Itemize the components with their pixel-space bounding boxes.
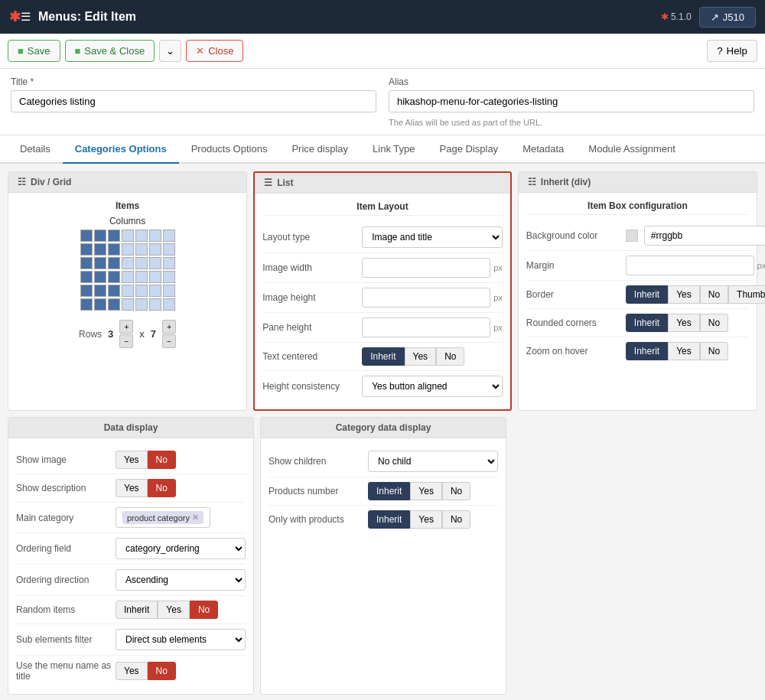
rounded-yes-button[interactable]: Yes [668, 314, 700, 332]
rows-increment-button[interactable]: + [162, 320, 176, 334]
random-items-control: Inherit Yes No [116, 601, 246, 619]
random-yes-button[interactable]: Yes [158, 601, 190, 619]
border-row: Border Inherit Yes No Thumbnail [526, 281, 749, 309]
rounded-no-button[interactable]: No [700, 314, 728, 332]
save-dropdown-button[interactable]: ⌄ [159, 40, 181, 62]
grid-cell [135, 230, 148, 242]
products-no-button[interactable]: No [442, 482, 470, 500]
products-number-label: Products number [269, 486, 368, 497]
zoom-yes-button[interactable]: Yes [668, 342, 700, 360]
only-products-inherit-button[interactable]: Inherit [368, 510, 410, 529]
rounded-inherit-button[interactable]: Inherit [626, 314, 668, 332]
menu-icon: ☰ [21, 10, 31, 24]
main-category-tag-input[interactable]: product category ✕ [116, 507, 210, 528]
text-centered-toggle: Inherit Yes No [362, 347, 464, 366]
products-number-control: Inherit Yes No [368, 482, 498, 500]
layout-type-control: Image and title [362, 226, 503, 248]
image-width-row: Image width px [262, 253, 503, 283]
bg-color-input[interactable] [644, 226, 765, 246]
use-menu-toggle: Yes No [116, 662, 176, 680]
help-button[interactable]: ? Help [707, 40, 757, 62]
random-no-button[interactable]: No [190, 601, 218, 619]
only-products-no-button[interactable]: No [442, 510, 470, 529]
border-toggle: Inherit Yes No Thumbnail [626, 285, 765, 304]
text-centered-yes-button[interactable]: Yes [405, 347, 437, 366]
only-products-yes-button[interactable]: Yes [410, 510, 442, 529]
tab-page-display[interactable]: Page Display [428, 135, 511, 164]
border-no-button[interactable]: No [700, 285, 728, 304]
grid-cell [135, 243, 148, 256]
tab-metadata[interactable]: Metadata [510, 135, 576, 164]
alias-input[interactable] [389, 90, 754, 112]
ordering-field-select[interactable]: category_ordering [116, 538, 246, 559]
products-number-row: Products number Inherit Yes No [269, 477, 498, 506]
inherit-div-panel: ☷ Inherit (div) Item Box configuration B… [518, 171, 757, 411]
products-yes-button[interactable]: Yes [410, 482, 442, 500]
ordering-dir-select[interactable]: Ascending [116, 569, 246, 591]
margin-input[interactable] [626, 256, 754, 275]
show-desc-yes-button[interactable]: Yes [116, 479, 148, 497]
text-centered-inherit-button[interactable]: Inherit [362, 347, 404, 366]
use-menu-name-control: Yes No [116, 662, 246, 680]
text-centered-no-button[interactable]: No [436, 347, 464, 366]
tab-categories-options[interactable]: Categories Options [63, 135, 179, 164]
tab-details[interactable]: Details [8, 135, 63, 164]
image-height-label: Image height [262, 292, 362, 303]
category-data-body: Show children No child Products number I… [261, 438, 506, 541]
random-inherit-button[interactable]: Inherit [116, 601, 158, 619]
j510-button[interactable]: ↗ J510 [699, 7, 756, 28]
zoom-inherit-button[interactable]: Inherit [626, 342, 668, 360]
sub-elements-select[interactable]: Direct sub elements [116, 629, 246, 650]
show-image-row: Show image Yes No [16, 446, 246, 474]
image-height-row: Image height px [262, 283, 503, 313]
show-image-toggle: Yes No [116, 451, 176, 469]
image-height-input[interactable] [362, 288, 490, 308]
save-close-icon: ■ [75, 45, 81, 57]
cols-increment-button[interactable]: + [119, 320, 133, 334]
grid-icon: ☷ [18, 177, 26, 187]
tab-module-assignment[interactable]: Module Assignment [576, 135, 687, 164]
border-inherit-button[interactable]: Inherit [626, 285, 668, 304]
title-input[interactable] [11, 90, 376, 112]
show-desc-no-button[interactable]: No [148, 479, 176, 497]
grid-cell [80, 271, 93, 283]
topbar: ✱ ☰ Menus: Edit Item ✱ 5.1.0 ↗ J510 [0, 0, 765, 34]
image-width-input[interactable] [362, 258, 490, 278]
height-consistency-select[interactable]: Yes button aligned [362, 376, 503, 397]
use-menu-yes-button[interactable]: Yes [116, 662, 148, 680]
save-button[interactable]: ■ Save [8, 40, 60, 62]
list-item-layout-panel: ☰ List Item Layout Layout type Image and… [253, 171, 512, 411]
margin-unit: px [757, 261, 765, 270]
close-button[interactable]: ✕ Close [186, 40, 243, 62]
pane-height-input[interactable] [362, 317, 490, 337]
div-grid-panel: ☷ Div / Grid Items Columns [8, 171, 247, 411]
cols-decrement-button[interactable]: − [119, 334, 133, 348]
rows-value: 7 [151, 328, 156, 340]
show-image-yes-button[interactable]: Yes [116, 451, 148, 469]
layout-type-select[interactable]: Image and title [362, 226, 503, 248]
pane-height-label: Pane height [262, 322, 362, 333]
image-width-unit: px [493, 263, 503, 272]
rows-decrement-button[interactable]: − [162, 334, 176, 348]
grid-cell [108, 243, 120, 256]
grid-cell [149, 298, 161, 311]
tab-products-options[interactable]: Products Options [179, 135, 280, 164]
grid-cell [94, 298, 106, 311]
rounded-corners-control: Inherit Yes No [626, 314, 749, 332]
use-menu-no-button[interactable]: No [148, 662, 176, 680]
grid-cell [122, 271, 134, 283]
grid-cell [122, 230, 134, 242]
show-image-no-button[interactable]: No [148, 451, 176, 469]
top-panels-row: ☷ Div / Grid Items Columns [8, 171, 757, 411]
show-children-select[interactable]: No child [368, 451, 498, 472]
products-inherit-button[interactable]: Inherit [368, 482, 410, 500]
border-thumbnail-button[interactable]: Thumbnail [728, 285, 765, 304]
grid-cell [108, 298, 120, 311]
tag-remove-icon[interactable]: ✕ [192, 513, 199, 523]
zoom-no-button[interactable]: No [700, 342, 728, 360]
border-yes-button[interactable]: Yes [668, 285, 700, 304]
grid-cell [163, 271, 175, 283]
tab-price-display[interactable]: Price display [279, 135, 360, 164]
save-close-button[interactable]: ■ Save & Close [65, 40, 155, 62]
tab-link-type[interactable]: Link Type [360, 135, 427, 164]
